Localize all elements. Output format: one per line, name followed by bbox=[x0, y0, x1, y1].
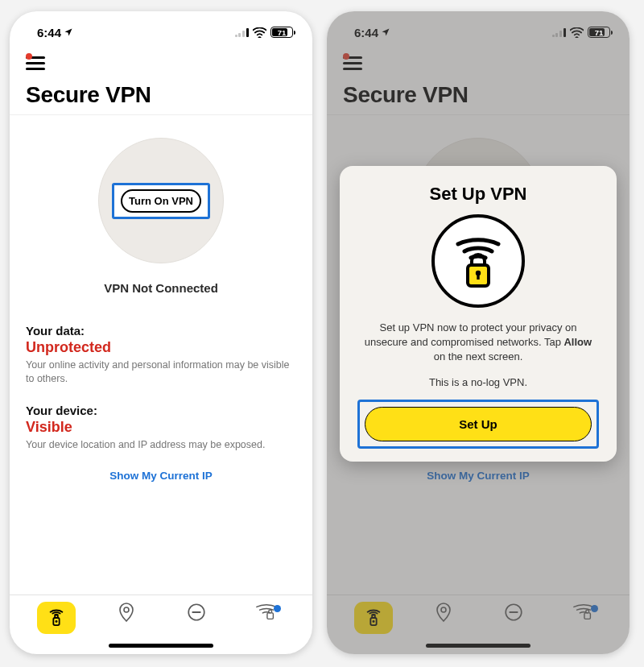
modal-title: Set Up VPN bbox=[357, 184, 599, 205]
vpn-power-circle: Turn On VPN bbox=[98, 138, 224, 263]
notification-dot-icon bbox=[26, 53, 32, 60]
app-header: Secure VPN bbox=[10, 47, 312, 114]
main-content: Turn On VPN VPN Not Connected Your data:… bbox=[10, 115, 312, 594]
battery-icon: 71 bbox=[270, 27, 293, 38]
notification-dot-icon bbox=[274, 605, 281, 612]
battery-level: 71 bbox=[278, 28, 287, 37]
svg-rect-5 bbox=[266, 613, 272, 619]
page-title: Secure VPN bbox=[26, 82, 296, 108]
svg-rect-14 bbox=[477, 274, 479, 280]
device-label: Your device: bbox=[26, 404, 296, 417]
device-desc: Your device location and IP address may … bbox=[26, 438, 296, 452]
set-up-button[interactable]: Set Up bbox=[365, 407, 592, 441]
device-status-block: Your device: Visible Your device locatio… bbox=[26, 404, 296, 452]
data-status-block: Your data: Unprotected Your online activ… bbox=[26, 324, 296, 386]
status-bar: 6:44 71 bbox=[10, 11, 312, 47]
status-time: 6:44 bbox=[37, 26, 61, 39]
setup-vpn-modal: Set Up VPN Set up VPN now to protect you… bbox=[340, 166, 617, 462]
svg-point-2 bbox=[124, 607, 129, 612]
tab-wifi-security[interactable] bbox=[247, 602, 286, 621]
home-indicator[interactable] bbox=[109, 644, 213, 648]
tab-vpn[interactable] bbox=[37, 602, 76, 634]
data-status: Unprotected bbox=[26, 339, 296, 356]
phone-screenshot-right: 6:44 71 Secure VPN Turn On VPN VPN Not C… bbox=[327, 11, 630, 654]
show-my-ip-link[interactable]: Show My Current IP bbox=[26, 470, 296, 482]
highlight-box: Set Up bbox=[357, 400, 599, 449]
vpn-status-text: VPN Not Connected bbox=[104, 281, 218, 295]
wifi-icon bbox=[253, 27, 266, 38]
svg-point-1 bbox=[55, 620, 57, 623]
modal-nolog-text: This is a no-log VPN. bbox=[357, 376, 599, 388]
battery-level: 71 bbox=[595, 28, 604, 37]
location-arrow-icon bbox=[64, 27, 73, 37]
phone-screenshot-left: 6:44 71 Secure VPN Turn On VPN VPN bbox=[10, 11, 312, 654]
data-label: Your data: bbox=[26, 324, 296, 338]
turn-on-vpn-button[interactable]: Turn On VPN bbox=[121, 189, 201, 213]
tab-block[interactable] bbox=[177, 602, 216, 623]
wifi-lock-icon bbox=[431, 214, 525, 308]
cellular-signal-icon bbox=[235, 28, 249, 37]
highlight-box: Turn On VPN bbox=[112, 183, 210, 219]
modal-description: Set up VPN now to protect your privacy o… bbox=[357, 321, 599, 365]
device-status: Visible bbox=[26, 419, 296, 436]
menu-button[interactable] bbox=[26, 56, 45, 71]
tab-location[interactable] bbox=[107, 602, 146, 626]
data-desc: Your online activity and personal inform… bbox=[26, 358, 296, 386]
tab-bar bbox=[10, 594, 312, 654]
